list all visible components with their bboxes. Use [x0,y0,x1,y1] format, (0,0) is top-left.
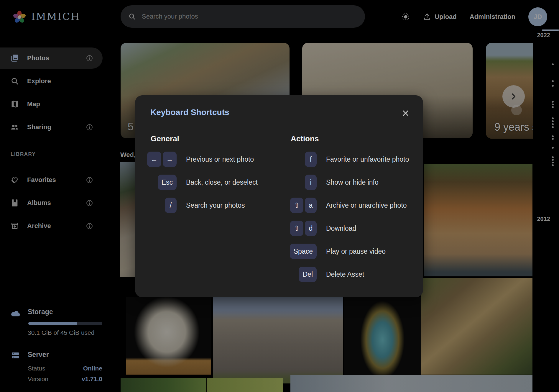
keycap-arrow-right: → [163,152,177,167]
keycap-group: Esc [147,175,177,190]
keycap-group: Space [287,244,317,259]
shortcut-label: Download [326,224,356,232]
keycap-a: a [305,198,317,213]
keycap-esc: Esc [158,175,177,190]
shortcut-section-actions: Actions f Favorite or unfavorite photo i… [287,134,417,290]
shortcut-label: Back, close, or deselect [186,178,258,186]
shortcut-label: Delete Asset [326,270,364,278]
keycap-del: Del [299,267,317,282]
shortcut-label: Search your photos [186,201,245,209]
immich-app: IMMICH [0,0,559,392]
section-heading: Actions [291,134,417,143]
shortcut-row: ← → Previous or next photo [147,152,277,167]
shortcut-label: Archive or unarchive photo [326,201,407,209]
shortcut-row: / Search your photos [147,198,277,213]
shortcut-label: Favorite or unfavorite photo [326,155,409,163]
keycap-group: ⇧ a [287,198,317,213]
keycap-group: f [287,152,317,167]
keycap-group: Del [287,267,317,282]
keycap-group: / [147,198,177,213]
shortcut-label: Play or pause video [326,247,386,255]
shortcut-label: Previous or next photo [186,155,254,163]
keycap-f: f [305,152,317,167]
close-icon [402,109,410,117]
modal-title: Keyboard Shortcuts [150,108,423,117]
shortcut-row: ⇧ a Archive or unarchive photo [287,198,417,213]
keycap-group: ← → [147,152,177,167]
shortcut-row: f Favorite or unfavorite photo [287,152,417,167]
shortcut-columns: General ← → Previous or next photo Esc B… [135,134,423,290]
shortcut-row: Space Play or pause video [287,244,417,259]
shortcut-row: i Show or hide info [287,175,417,190]
keycap-space: Space [290,244,317,259]
keycap-group: i [287,175,317,190]
keycap-group: ⇧ d [287,221,317,236]
shortcut-row: Esc Back, close, or deselect [147,175,277,190]
keycap-d: d [305,221,317,236]
keycap-i: i [305,175,317,190]
section-heading: General [151,134,277,143]
keycap-shift: ⇧ [290,198,303,213]
shortcut-row: Del Delete Asset [287,267,417,282]
shortcut-label: Show or hide info [326,178,379,186]
close-button[interactable] [399,107,411,119]
keycap-shift: ⇧ [290,221,303,236]
keycap-arrow-left: ← [147,152,161,167]
shortcut-row: ⇧ d Download [287,221,417,236]
keycap-slash: / [165,198,177,213]
keyboard-shortcuts-modal: Keyboard Shortcuts General ← → Previous … [135,95,423,297]
shortcut-section-general: General ← → Previous or next photo Esc B… [147,134,277,290]
